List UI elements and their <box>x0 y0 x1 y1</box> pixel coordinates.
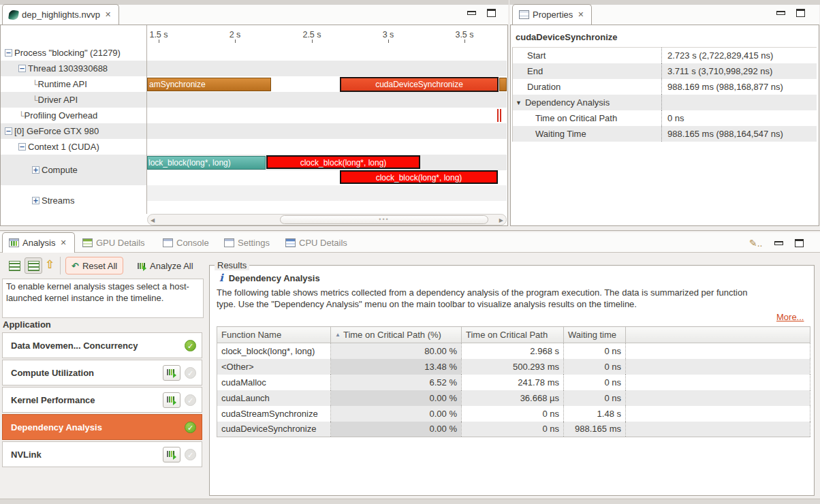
reset-all-button[interactable]: ↶ Reset All <box>65 257 123 274</box>
analysis-tab-icon <box>9 238 19 247</box>
minimize-icon[interactable] <box>467 11 476 15</box>
column-header-time-on-critical-path[interactable]: Time on Critical Path <box>462 327 564 343</box>
collapse-icon[interactable]: − <box>18 65 26 72</box>
tab-properties[interactable]: Properties ✕ <box>512 4 592 25</box>
tree-row-label: Driver API <box>38 95 78 105</box>
column-header-waiting-time[interactable]: Waiting time <box>564 327 626 343</box>
timeline-bar-clock-block-teal[interactable]: lock_block(long*, long) <box>147 156 266 170</box>
timeline-row <box>147 92 507 108</box>
tree-row-label: Profiling Overhead <box>25 110 98 121</box>
more-link[interactable]: More... <box>776 312 804 322</box>
run-analysis-button[interactable] <box>163 365 180 381</box>
view-menu-icon[interactable]: ✎.. <box>749 238 763 249</box>
card-controls: ✓ <box>163 365 196 381</box>
console-icon <box>163 238 173 247</box>
tab-cpu-details[interactable]: CPU Details <box>279 232 353 253</box>
tab-gpu-details[interactable]: GPU Details <box>76 232 151 253</box>
tab-close-icon[interactable]: ✕ <box>59 238 67 248</box>
up-arrow-icon[interactable]: ⇧ <box>45 257 54 272</box>
collapse-all-button[interactable] <box>5 257 23 274</box>
analysis-card-compute-utilization[interactable]: Compute Utilization✓ <box>2 360 202 385</box>
tree-row-context-1-cuda-[interactable]: −Context 1 (CUDA) <box>1 139 146 155</box>
timeline-hscroll-thumb[interactable]: ••• <box>280 215 488 224</box>
properties-table: Start2.723 s (2,722,829,415 ns)End3.711 … <box>512 47 817 142</box>
critical-path-time-cell: 36.668 µs <box>462 390 564 406</box>
tab-settings[interactable]: Settings <box>218 232 276 253</box>
results-row--other-[interactable]: <Other>13.48 %500.293 ms0 ns <box>217 359 810 375</box>
profiling-overhead-marker[interactable] <box>497 109 499 122</box>
expand-icon[interactable]: + <box>32 166 40 174</box>
tree-row-process-blocking-21279-[interactable]: −Process "blocking" (21279) <box>1 45 146 61</box>
properties-window-buttons <box>776 9 805 17</box>
tree-row-label: Process "blocking" (21279) <box>14 48 121 58</box>
collapse-icon[interactable]: − <box>18 143 26 151</box>
cpu-details-icon <box>285 238 296 247</box>
timeline-bar-cudadevicesynchronize-selected[interactable]: cudaDeviceSynchronize <box>340 77 499 92</box>
analysis-card-kernel-performance[interactable]: Kernel Performance✓ <box>2 387 202 413</box>
editor-tab-close-icon[interactable]: ✕ <box>104 10 112 20</box>
maximize-icon[interactable] <box>487 9 496 17</box>
property-label: Waiting Time <box>513 126 662 142</box>
card-controls: ✓ <box>185 422 196 433</box>
empty-cell <box>626 406 810 422</box>
scroll-left-icon[interactable]: ◀ <box>151 217 155 223</box>
timeline-bar-cudastreamsynchronize[interactable]: amSynchronize <box>147 78 271 91</box>
property-label: Time on Critical Path <box>513 110 662 126</box>
results-row-cudadevicesynchronize[interactable]: cudaDeviceSynchronize0.00 %0 ns988.165 m… <box>217 422 810 437</box>
analysis-card-dependency-analysis[interactable]: Dependency Analysis✓ <box>2 414 202 440</box>
tab-analysis[interactable]: Analysis✕ <box>2 232 75 253</box>
maximize-icon[interactable] <box>795 239 804 247</box>
critical-path-pct-cell: 6.52 % <box>331 375 462 390</box>
property-row-waiting-time: Waiting Time988.165 ms (988,164,547 ns) <box>513 126 817 142</box>
editor-window-buttons <box>467 9 496 17</box>
gpu-details-icon <box>82 238 93 247</box>
tab-dep-highlights[interactable]: dep_highlights.nvvp ✕ <box>2 4 119 25</box>
expand-all-button[interactable] <box>25 257 42 274</box>
run-analysis-button[interactable] <box>163 447 180 462</box>
timeline-bar-clock-block-2[interactable]: clock_block(long*, long) <box>340 170 498 184</box>
timeline-hscrollbar[interactable]: ◀ ▶ ••• <box>147 214 507 225</box>
expander-icon[interactable]: ▼ <box>516 99 522 106</box>
check-complete-icon: ✓ <box>185 340 196 351</box>
collapse-icon[interactable]: − <box>5 127 12 135</box>
run-analysis-button[interactable] <box>163 392 180 408</box>
property-row-start: Start2.723 s (2,722,829,415 ns) <box>513 48 817 63</box>
minimize-icon[interactable] <box>774 241 783 245</box>
collapse-icon[interactable]: − <box>5 49 12 57</box>
card-controls: ✓ <box>163 392 196 408</box>
tree-row-driver-api[interactable]: └Driver API <box>1 92 146 108</box>
column-header-function-name[interactable]: Function Name <box>217 327 331 343</box>
results-row-cudamalloc[interactable]: cudaMalloc6.52 %241.78 ms0 ns <box>217 375 810 390</box>
tree-row-thread-1303930688[interactable]: −Thread 1303930688 <box>1 61 146 76</box>
tree-row-profiling-overhead[interactable]: └Profiling Overhead <box>1 108 146 123</box>
nvvp-window: dep_highlights.nvvp ✕ 1.5 s2 s2.5 s3 s3.… <box>0 0 820 504</box>
results-row-cudastreamsynchronize[interactable]: cudaStreamSynchronize0.00 %0 ns1.48 s <box>217 406 810 422</box>
timeline-row <box>147 45 507 61</box>
results-row-clock-block-long-long-[interactable]: clock_block(long*, long)80.00 %2.968 s0 … <box>217 343 810 359</box>
bottom-panel-controls: ✎.. <box>749 238 804 249</box>
maximize-icon[interactable] <box>796 9 805 17</box>
properties-tab-close-icon[interactable]: ✕ <box>576 10 585 20</box>
timeline-bar-clock-block-1[interactable]: clock_block(long*, long) <box>266 155 420 169</box>
tab-console[interactable]: Console <box>157 232 215 253</box>
property-value: 3.711 s (3,710,998,292 ns) <box>662 66 772 76</box>
results-row-cudalaunch[interactable]: cudaLaunch0.00 %36.668 µs0 ns <box>217 390 810 406</box>
analyze-all-button[interactable]: Analyze All <box>132 257 199 274</box>
minimize-icon[interactable] <box>776 11 785 15</box>
critical-path-pct-cell: 0.00 % <box>331 406 462 422</box>
column-header-time-on-critical-path-[interactable]: ▲Time on Critical Path (%) <box>331 327 462 343</box>
waiting-time-cell: 988.165 ms <box>564 422 626 437</box>
expand-icon[interactable]: + <box>32 197 40 204</box>
analysis-card-nvlink[interactable]: NVLink✓ <box>2 441 202 467</box>
timeline-bar-orange-tail[interactable] <box>499 78 507 91</box>
tree-row-streams[interactable]: +Streams <box>1 185 146 216</box>
tree-row-compute[interactable]: +Compute <box>1 155 146 185</box>
property-label: Start <box>513 48 662 63</box>
tree-row--0-geforce-gtx-980[interactable]: −[0] GeForce GTX 980 <box>1 123 146 139</box>
tree-row-runtime-api[interactable]: └Runtime API <box>1 76 146 92</box>
profiling-overhead-marker[interactable] <box>500 109 501 122</box>
property-label-text: Duration <box>527 82 561 92</box>
scroll-right-icon[interactable]: ▶ <box>499 217 503 223</box>
analysis-card-data-movemen-concurrency[interactable]: Data Movemen... Concurrency✓ <box>2 332 202 358</box>
check-pending-icon: ✓ <box>185 394 196 406</box>
